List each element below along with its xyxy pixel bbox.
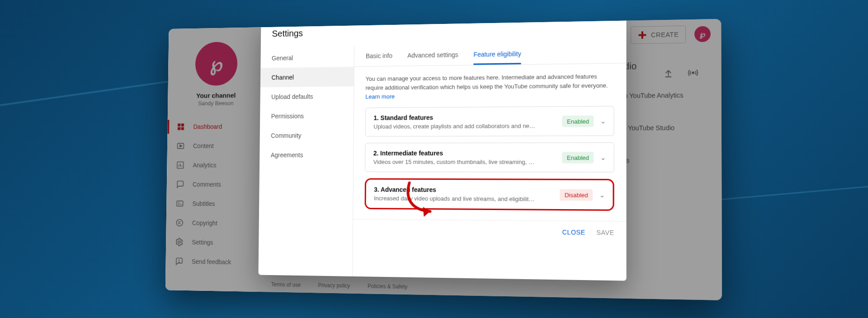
sidebar-item-subtitles[interactable]: Subtitles xyxy=(166,194,264,214)
create-button[interactable]: CREATE xyxy=(631,26,686,44)
feature-standard[interactable]: 1. Standard features Upload videos, crea… xyxy=(365,106,614,137)
settings-tab-general[interactable]: General xyxy=(260,47,354,68)
sidebar-item-label: Comments xyxy=(193,181,221,188)
sidebar-item-settings[interactable]: Settings xyxy=(166,232,263,253)
channel-owner-name: Sandy Beeson xyxy=(168,99,264,107)
svg-rect-8 xyxy=(181,127,184,130)
sidebar-item-label: Content xyxy=(193,142,214,150)
channel-title: Your channel xyxy=(168,91,264,99)
sidebar-item-copyright[interactable]: Copyright xyxy=(166,213,263,234)
sidebar-item-label: Send feedback xyxy=(192,258,231,266)
settings-tab-community[interactable]: Community xyxy=(260,126,354,145)
feature-advanced[interactable]: 3. Advanced features Increased daily vid… xyxy=(365,178,614,211)
sidebar-item-dashboard[interactable]: Dashboard xyxy=(167,117,264,136)
sidebar-item-label: Settings xyxy=(192,238,213,246)
svg-point-17 xyxy=(692,72,694,74)
create-plus-icon xyxy=(638,30,647,40)
analytics-icon xyxy=(176,161,186,169)
gear-icon xyxy=(175,238,184,247)
tab-basic-info[interactable]: Basic info xyxy=(366,52,392,66)
account-avatar[interactable]: ℘ xyxy=(694,26,711,42)
settings-tab-agreements[interactable]: Agreements xyxy=(259,145,353,164)
sidebar-item-label: Subtitles xyxy=(192,200,215,207)
sidebar-item-feedback[interactable]: Send feedback xyxy=(165,252,263,272)
channel-avatar[interactable]: ℘ xyxy=(195,42,238,86)
chevron-down-icon[interactable]: ⌄ xyxy=(600,117,606,125)
learn-more-link[interactable]: Learn more xyxy=(365,93,395,100)
sidebar-item-analytics[interactable]: Analytics xyxy=(167,155,264,175)
sidebar-item-content[interactable]: Content xyxy=(167,136,264,155)
svg-point-16 xyxy=(179,262,179,262)
panel-line: ons xyxy=(619,157,705,164)
upload-icon[interactable] xyxy=(663,68,674,78)
app-window: CREATE ℘ ℘ Your channel Sandy Beeson Das… xyxy=(165,19,722,300)
footer-terms[interactable]: Terms of use xyxy=(271,281,301,288)
chevron-down-icon[interactable]: ⌄ xyxy=(599,191,605,199)
svg-point-14 xyxy=(178,241,180,243)
feature-intermediate[interactable]: 2. Intermediate features Videos over 15 … xyxy=(365,143,614,173)
comments-icon xyxy=(176,180,185,188)
live-icon[interactable] xyxy=(688,68,698,78)
close-button[interactable]: CLOSE xyxy=(562,229,585,236)
content-icon xyxy=(176,141,186,150)
sidebar-item-label: Dashboard xyxy=(193,123,222,130)
subtitles-icon xyxy=(175,199,185,208)
status-badge: Disabled xyxy=(560,189,593,201)
svg-point-13 xyxy=(176,220,183,226)
intro-text: You can manage your access to more featu… xyxy=(365,72,614,102)
copyright-icon xyxy=(175,218,185,227)
settings-tab-channel[interactable]: Channel xyxy=(260,67,354,87)
panel-line: t in YouTube Analytics xyxy=(619,91,705,99)
feedback-icon xyxy=(175,257,184,266)
svg-rect-6 xyxy=(181,123,184,126)
sidebar-item-comments[interactable]: Comments xyxy=(167,175,264,194)
settings-tab-upload-defaults[interactable]: Upload defaults xyxy=(260,86,354,107)
sidebar-item-label: Copyright xyxy=(192,220,217,227)
dashboard-icon xyxy=(177,122,186,131)
svg-rect-7 xyxy=(178,127,180,130)
sidebar-item-label: Analytics xyxy=(193,162,217,169)
footer-privacy[interactable]: Privacy policy xyxy=(318,282,350,289)
svg-rect-5 xyxy=(178,123,180,126)
svg-rect-12 xyxy=(177,201,183,206)
tab-feature-eligibility[interactable]: Feature eligibility xyxy=(473,50,521,65)
settings-tab-permissions[interactable]: Permissions xyxy=(260,106,354,126)
create-label: CREATE xyxy=(651,31,679,38)
footer-policies[interactable]: Policies & Safety xyxy=(368,283,407,290)
tab-advanced-settings[interactable]: Advanced settings xyxy=(407,51,458,65)
modal-sidebar: General Channel Upload defaults Permissi… xyxy=(258,46,354,276)
settings-modal: Settings General Channel Upload defaults… xyxy=(258,19,626,281)
chevron-down-icon[interactable]: ⌄ xyxy=(600,154,606,162)
svg-marker-10 xyxy=(180,145,182,147)
panel-line: on YouTube Studio xyxy=(619,124,705,131)
status-badge: Enabled xyxy=(562,116,594,127)
sidebar: ℘ Your channel Sandy Beeson Dashboard Co… xyxy=(165,27,265,292)
save-button[interactable]: SAVE xyxy=(596,229,614,237)
status-badge: Enabled xyxy=(562,152,594,164)
channel-tabs: Basic info Advanced settings Feature eli… xyxy=(354,41,627,66)
